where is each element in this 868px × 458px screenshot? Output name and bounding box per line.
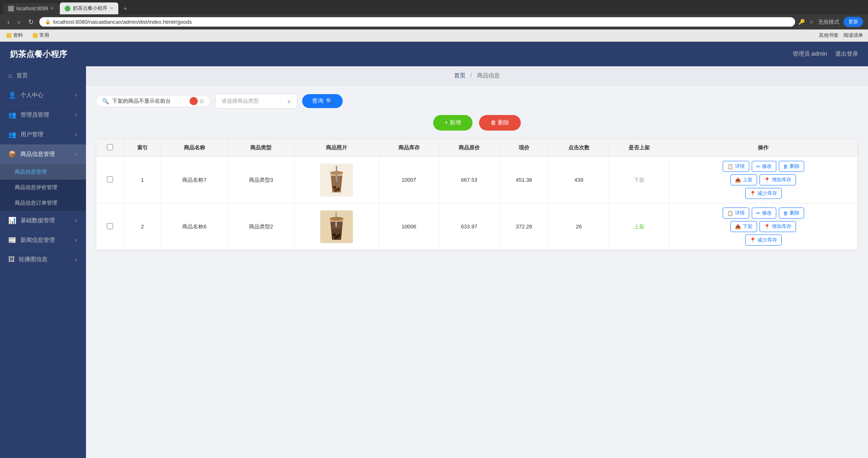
tab-close-1[interactable]: ✕ — [50, 6, 54, 11]
action-row: + 新增 🗑 删除 — [96, 115, 858, 131]
query-search-icon: 🔍 — [326, 98, 333, 104]
chevron-down-icon-4: ∨ — [75, 218, 78, 223]
sidebar-label-basic-data: 基础数据管理 — [20, 217, 70, 224]
star-icon[interactable]: ☆ — [809, 19, 814, 25]
main-content: 首页 / 商品信息 🔍 ⊙ 请选择商品类型 — [86, 66, 868, 458]
reading-list[interactable]: 阅读清单 — [843, 32, 863, 39]
tab-label-1: localhost:8099 — [16, 6, 48, 11]
sidebar-label-goods-mgmt: 商品信息管理 — [20, 151, 70, 158]
url-bar[interactable]: 🔒 localhost:8080/naicaidiancan/admin/dis… — [39, 17, 795, 27]
breadcrumb-bar: 首页 / 商品信息 — [86, 66, 868, 86]
row2-delete-button[interactable]: 🗑 删除 — [779, 208, 804, 219]
chevron-down-icon-6: ∨ — [75, 257, 78, 262]
other-bookmarks[interactable]: 其他书签 — [819, 32, 839, 39]
app: 奶茶点餐小程序 管理员 admin 退出登录 ⌂ 首页 👤 个人中心 ∨ 👥 管… — [0, 42, 868, 458]
product-image-2 — [320, 210, 353, 243]
breadcrumb-home[interactable]: 首页 — [454, 72, 466, 79]
row1-detail-button[interactable]: 📋 详情 — [723, 161, 749, 172]
row1-reduce-stock-button[interactable]: 📍 减少库存 — [745, 188, 782, 199]
select-placeholder: 请选择商品类型 — [222, 97, 259, 105]
offshelf-icon: 📥 — [735, 224, 741, 230]
row1-actions: 📋 详情 ✏ 修改 � — [669, 157, 857, 203]
sidebar-item-goods-info[interactable]: 商品信息管理 — [0, 164, 86, 180]
logout-button[interactable]: 退出登录 — [835, 50, 858, 58]
table-header: 索引 商品名称 商品类型 商品照片 商品库存 商品原价 现价 点击次数 是否上架… — [96, 139, 858, 157]
add-button[interactable]: + 新增 — [433, 115, 472, 131]
row1-edit-button[interactable]: ✏ 修改 — [752, 161, 776, 172]
tab-localhost[interactable]: localhost:8099 ✕ — [3, 3, 59, 14]
query-button[interactable]: 查询 🔍 — [302, 94, 343, 108]
onshelf-icon: 📤 — [735, 177, 741, 183]
row1-delete-button[interactable]: 🗑 删除 — [779, 161, 804, 172]
row2-detail-button[interactable]: 📋 详情 — [723, 208, 749, 219]
bookmark-ziliao[interactable]: 资料 — [5, 31, 25, 40]
tab-label-2: 奶茶点餐小程序 — [73, 5, 107, 12]
row1-clicks: 439 — [549, 157, 609, 203]
header-right: 管理员 admin 退出登录 — [793, 50, 858, 58]
sidebar: ⌂ 首页 👤 个人中心 ∨ 👥 管理员管理 ∨ 👥 用户管理 ∨ 📦 商品信息管… — [0, 66, 86, 458]
detail-icon-2: 📋 — [727, 210, 733, 216]
svg-point-11 — [338, 234, 341, 236]
row2-edit-button[interactable]: ✏ 修改 — [752, 208, 776, 219]
bookmark-icon-1 — [7, 33, 11, 38]
search-clear-icon[interactable]: ⊙ — [199, 98, 204, 104]
delete-icon-2: 🗑 — [783, 210, 788, 216]
row2-delete-label: 删除 — [790, 210, 800, 217]
svg-point-8 — [332, 233, 336, 237]
select-all-checkbox[interactable] — [107, 144, 113, 150]
sidebar-item-goods-review[interactable]: 商品信息评价管理 — [0, 180, 86, 195]
delete-icon: 🗑 — [783, 164, 788, 169]
refresh-button[interactable]: ↻ — [26, 17, 36, 27]
col-original-price: 商品原价 — [439, 139, 499, 157]
sidebar-item-goods-order[interactable]: 商品信息订单管理 — [0, 195, 86, 211]
bookmark-label-1: 资料 — [13, 32, 23, 39]
row2-reduce-stock-button[interactable]: 📍 减少库存 — [745, 235, 782, 246]
sidebar-item-news-mgmt[interactable]: 📰 新闻信息管理 ∨ — [0, 230, 86, 250]
basic-data-icon: 📊 — [8, 217, 16, 224]
sidebar-label-banner: 轮播图信息 — [19, 256, 70, 263]
sidebar-item-home[interactable]: ⌂ 首页 — [0, 66, 86, 86]
forward-button[interactable]: › — [15, 18, 22, 27]
row2-add-stock-button[interactable]: 📍 增加库存 — [760, 221, 796, 232]
row1-add-stock-label: 增加库存 — [772, 176, 791, 183]
tab-naicai[interactable]: 奶茶点餐小程序 ✕ — [60, 2, 118, 14]
bookmark-changyong[interactable]: 常用 — [31, 31, 51, 40]
row2-edit-label: 修改 — [762, 210, 772, 217]
update-button[interactable]: 更新 — [843, 17, 863, 27]
sidebar-label-admin-mgmt: 管理员管理 — [20, 111, 70, 119]
row1-add-stock-button[interactable]: 📍 增加库存 — [760, 174, 796, 185]
row2-offshelf-button[interactable]: 📥 下架 — [730, 221, 757, 232]
password-icon[interactable]: 🔑 — [798, 19, 805, 25]
row2-action-mid: 📥 下架 📍 增加库存 — [730, 221, 796, 232]
row2-original-price: 633.97 — [439, 203, 499, 250]
sidebar-item-admin-mgmt[interactable]: 👥 管理员管理 ∨ — [0, 105, 86, 125]
tab-bar: localhost:8099 ✕ 奶茶点餐小程序 ✕ ＋ — [0, 0, 868, 14]
sidebar-submenu-goods: 商品信息管理 商品信息评价管理 商品信息订单管理 — [0, 164, 86, 211]
goods-mgmt-icon: 📦 — [8, 150, 16, 158]
lock-icon: 🔒 — [45, 19, 51, 25]
sidebar-item-user-mgmt[interactable]: 👥 用户管理 ∨ — [0, 125, 86, 144]
tab-add-button[interactable]: ＋ — [119, 3, 131, 14]
sidebar-item-goods-mgmt[interactable]: 📦 商品信息管理 ∧ — [0, 144, 86, 164]
search-input[interactable] — [112, 98, 196, 104]
search-box[interactable]: 🔍 ⊙ — [96, 95, 210, 107]
sidebar-label-home: 首页 — [16, 72, 78, 79]
row1-select-checkbox[interactable] — [107, 176, 113, 183]
row2-select-checkbox[interactable] — [107, 223, 113, 229]
sidebar-item-personal[interactable]: 👤 个人中心 ∨ — [0, 86, 86, 105]
delete-button[interactable]: 🗑 删除 — [479, 115, 521, 131]
tab-close-2[interactable]: ✕ — [110, 6, 113, 11]
sidebar-item-basic-data[interactable]: 📊 基础数据管理 ∨ — [0, 211, 86, 230]
back-button[interactable]: ‹ — [5, 18, 12, 27]
col-actions: 操作 — [669, 139, 857, 157]
table-row: 2 商品名称6 商品类型2 — [96, 203, 858, 250]
row2-clicks: 26 — [549, 203, 609, 250]
row1-status: 下架 — [609, 157, 669, 203]
sidebar-item-banner[interactable]: 🖼 轮播图信息 ∨ — [0, 250, 86, 269]
breadcrumb-separator: / — [470, 72, 474, 79]
col-image: 商品照片 — [294, 139, 379, 157]
goods-table: 索引 商品名称 商品类型 商品照片 商品库存 商品原价 现价 点击次数 是否上架… — [96, 139, 858, 250]
goods-type-select[interactable]: 请选择商品类型 ∨ — [215, 94, 297, 108]
row1-onshelf-button[interactable]: 📤 上架 — [730, 174, 757, 185]
row1-stock: 10007 — [379, 157, 439, 203]
